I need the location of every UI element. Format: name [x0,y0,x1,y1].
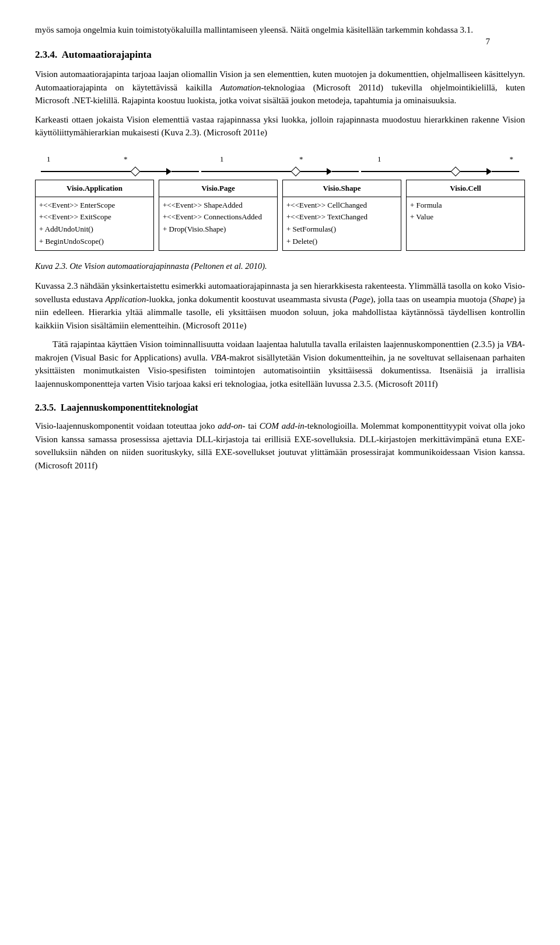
page-number: 7 [486,35,491,48]
member-0: +<<Event>> ShapeAdded [163,200,274,212]
member-1: + Value [410,211,521,223]
mult-1b: 1 [220,153,224,165]
member-3: + Delete() [286,236,397,248]
member-0: +<<Event>> CellChanged [286,200,397,212]
paragraph-3: Kuvassa 2.3 nähdään yksinkertaistettu es… [35,279,525,332]
paragraph-4: Tätä rajapintaa käyttäen Vision toiminna… [35,338,525,390]
member-2: + AddUndoUnit() [39,223,150,236]
class-name-cell: Visio.Cell [407,180,524,197]
mult-star3: * [510,153,514,165]
class-name-shape: Visio.Shape [283,180,401,197]
paragraph-5: Visio-laajennuskomponentit voidaan toteu… [35,419,525,472]
figure-caption: Kuva 2.3. Ote Vision automaatiorajapinna… [35,260,525,273]
mult-1c: 1 [377,153,382,165]
mult-1a: 1 [47,153,51,165]
mult-star1: * [124,153,128,165]
member-1: +<<Event>> ExitScope [39,211,150,223]
uml-class-application: Visio.Application +<<Event>> EnterScope … [35,180,154,251]
member-1: +<<Event>> TextChanged [286,211,397,223]
class-name-application: Visio.Application [36,180,153,197]
uml-class-shape: Visio.Shape +<<Event>> CellChanged +<<Ev… [282,180,401,251]
uml-diagram: 1 * 1 * 1 * [35,153,525,251]
intro-paragraph: myös samoja ongelmia kuin toimistotyökal… [35,23,525,37]
subsection-heading: 2.3.5. Laajennuskomponenttiteknologiat [35,401,525,415]
class-body-cell: + Formula + Value [407,197,524,226]
member-3: + BeginUndoScope() [39,236,150,248]
mult-star2: * [299,153,303,165]
class-name-page: Visio.Page [159,180,277,197]
member-0: +<<Event>> EnterScope [39,200,150,212]
class-body-page: +<<Event>> ShapeAdded +<<Event>> Connect… [159,197,277,238]
member-1: +<<Event>> ConnectionsAdded [163,211,274,223]
member-2: + SetFormulas() [286,223,397,236]
member-2: + Drop(Visio.Shape) [163,223,274,236]
paragraph-1: Vision automaatiorajapinta tarjoaa laaja… [35,68,525,107]
section-heading: 2.3.4. Automaatiorajapinta [35,47,525,62]
uml-class-cell: Visio.Cell + Formula + Value [406,180,525,251]
member-0: + Formula [410,200,521,212]
uml-class-page: Visio.Page +<<Event>> ShapeAdded +<<Even… [159,180,278,251]
uml-classes-row: Visio.Application +<<Event>> EnterScope … [35,180,525,251]
class-body-shape: +<<Event>> CellChanged +<<Event>> TextCh… [283,197,401,250]
paragraph-2: Karkeasti ottaen jokaista Vision element… [35,113,525,139]
class-body-application: +<<Event>> EnterScope +<<Event>> ExitSco… [36,197,153,250]
